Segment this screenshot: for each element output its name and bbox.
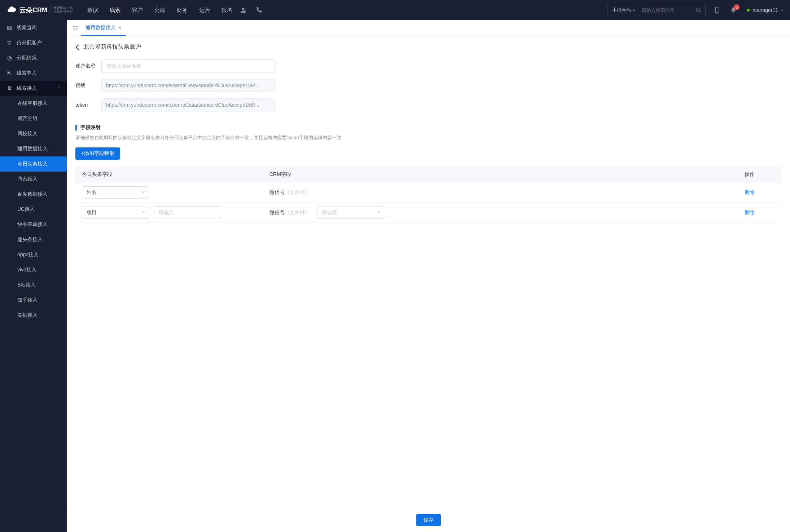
- chevron-down-icon: ▾: [781, 8, 783, 12]
- close-icon[interactable]: ✕: [118, 25, 122, 30]
- footer-bar: 保存: [67, 508, 790, 532]
- back-icon[interactable]: [75, 44, 80, 50]
- logo-subtitle: 教育机构一站 式服务云平台: [50, 6, 73, 14]
- sidebar-sub-tencent[interactable]: 腾讯接入: [0, 172, 67, 187]
- bell-icon[interactable]: 5: [730, 6, 737, 14]
- page-title: 北京昱新科技头条账户: [83, 43, 141, 51]
- chevron-down-icon: ▾: [633, 8, 635, 12]
- cloud-icon: [7, 6, 17, 14]
- search-input[interactable]: [638, 8, 692, 13]
- crm-field-select[interactable]: 请选择: [317, 207, 384, 219]
- sidebar-sub-vivo[interactable]: vivo接入: [0, 262, 67, 278]
- nav-data[interactable]: 数据: [87, 7, 98, 14]
- sidebar-item-clue-query[interactable]: ▤ 线索查询: [0, 20, 67, 35]
- header-search: 手机号码 ▾: [607, 4, 706, 16]
- sidebar-sub-bilibili[interactable]: B站接入: [0, 278, 67, 293]
- svg-line-4: [699, 11, 701, 12]
- import-icon: ⇱: [6, 70, 12, 76]
- form-row-account: 账户名称: [75, 59, 781, 72]
- search-button[interactable]: [692, 7, 705, 13]
- chevron-up-icon: ˄: [58, 86, 60, 91]
- form-row-secret: 密钥: [75, 79, 781, 92]
- toutiao-field-select[interactable]: 项目: [82, 207, 149, 219]
- username: manager11: [752, 7, 778, 13]
- nav-customer[interactable]: 客户: [132, 7, 143, 14]
- crm-field-hint: （文本框）: [285, 209, 310, 215]
- filter-icon: ▽: [6, 40, 12, 46]
- sidebar: ▤ 线索查询 ▽ 待分配客户 ◔ 分配情况 ⇱ 线索导入 ⚙ 线索接入 ˄ 在线…: [0, 20, 67, 532]
- svg-point-0: [242, 8, 245, 10]
- sidebar-sub-oppo[interactable]: oppo接入: [0, 247, 67, 262]
- search-type-select[interactable]: 手机号码 ▾: [608, 4, 638, 16]
- mobile-icon[interactable]: [714, 6, 720, 14]
- toutiao-field-select[interactable]: 姓名: [82, 186, 149, 199]
- collapse-sidebar-button[interactable]: [70, 26, 81, 31]
- logo-text: 云朵CRM: [19, 6, 47, 14]
- nav-enroll[interactable]: 报名: [221, 7, 232, 14]
- account-name-input[interactable]: [101, 59, 275, 72]
- sidebar-sub-online-service[interactable]: 在线客服接入: [0, 96, 67, 111]
- tab-general-data[interactable]: 通用数据接入 ✕: [81, 20, 126, 36]
- delete-link[interactable]: 删除: [745, 189, 755, 195]
- sidebar-item-pending[interactable]: ▽ 待分配客户: [0, 35, 67, 50]
- sidebar-sub-uc[interactable]: UC接入: [0, 202, 67, 217]
- add-mapping-button[interactable]: +添加字段映射: [75, 147, 120, 160]
- save-button[interactable]: 保存: [416, 514, 441, 526]
- token-input[interactable]: [101, 98, 275, 111]
- delete-link[interactable]: 删除: [745, 209, 755, 215]
- secret-label: 密钥: [75, 82, 101, 89]
- status-dot-icon: [747, 9, 750, 12]
- nav-finance[interactable]: 财务: [177, 7, 188, 14]
- main-nav: 数据 线索 客户 公海 财务 运营 报名: [87, 7, 232, 14]
- main-area: 通用数据接入 ✕ 北京昱新科技头条账户 账户名称 密钥 token: [67, 20, 790, 532]
- section-description: 请确保您在此填写的头条自定义字段名称与在今日头条平台中自定义的字段名称一致，并且…: [75, 134, 781, 141]
- svg-point-6: [717, 12, 717, 13]
- logo: 云朵CRM 教育机构一站 式服务云平台: [7, 6, 73, 14]
- plug-icon: ⚙: [6, 85, 12, 92]
- crm-field-hint: （文本框）: [285, 189, 310, 195]
- sidebar-item-import[interactable]: ⇱ 线索导入: [0, 66, 67, 81]
- list-icon: ▤: [6, 25, 12, 31]
- secret-input[interactable]: [101, 79, 275, 92]
- page-content: 北京昱新科技头条账户 账户名称 密钥 token 字段映射 请确保您在此填写的头…: [67, 36, 790, 532]
- sidebar-sub-qutoutiao[interactable]: 趣头条接入: [0, 232, 67, 247]
- sidebar-sub-meiyou[interactable]: 美柚接入: [0, 308, 67, 323]
- sidebar-sub-school[interactable]: 网校接入: [0, 126, 67, 141]
- sidebar-sub-zhihu[interactable]: 知乎接入: [0, 293, 67, 308]
- section-title: 字段映射: [80, 124, 101, 131]
- section-header-mapping: 字段映射: [75, 124, 781, 131]
- page-header: 北京昱新科技头条账户: [75, 43, 781, 51]
- nav-operation[interactable]: 运营: [199, 7, 210, 14]
- crm-field-label: 微信号: [269, 189, 285, 195]
- user-plus-icon[interactable]: [240, 6, 247, 14]
- phone-icon[interactable]: [255, 6, 263, 14]
- sidebar-sub-general-data[interactable]: 通用数据接入: [0, 141, 67, 156]
- token-label: token: [75, 102, 101, 108]
- nav-pool[interactable]: 公海: [154, 7, 165, 14]
- sidebar-sub-toutiao[interactable]: 今日头条接入: [0, 156, 67, 172]
- nav-clue[interactable]: 线索: [110, 7, 120, 14]
- user-menu[interactable]: manager11 ▾: [747, 7, 783, 13]
- tab-bar: 通用数据接入 ✕: [67, 20, 790, 36]
- table-row: 姓名 微信号（文本框） 删除: [75, 183, 781, 203]
- toutiao-field-input[interactable]: [154, 206, 221, 218]
- header-nav-icons: [240, 6, 263, 14]
- header-right: 5 manager11 ▾: [714, 6, 783, 14]
- svg-rect-2: [245, 10, 246, 12]
- top-header: 云朵CRM 教育机构一站 式服务云平台 数据 线索 客户 公海 财务 运营 报名…: [0, 0, 790, 20]
- column-action: 操作: [738, 166, 781, 183]
- form-row-token: token: [75, 98, 781, 111]
- sidebar-sub-kuaishou[interactable]: 快手表单接入: [0, 217, 67, 232]
- sidebar-item-allocation[interactable]: ◔ 分配情况: [0, 50, 67, 66]
- svg-point-3: [697, 8, 700, 11]
- column-crm: CRM字段: [263, 166, 738, 183]
- crm-field-label: 微信号: [269, 209, 285, 215]
- section-bar-icon: [75, 125, 77, 130]
- table-row: 项目 微信号（文本框） 请选择 删除: [75, 203, 781, 223]
- sidebar-sub-message-group[interactable]: 留言分组: [0, 111, 67, 126]
- sidebar-item-access[interactable]: ⚙ 线索接入 ˄: [0, 81, 67, 96]
- chart-icon: ◔: [6, 55, 12, 61]
- column-toutiao: 今日头条字段: [75, 166, 263, 183]
- sidebar-sub-baidu[interactable]: 百度数据接入: [0, 187, 67, 202]
- account-label: 账户名称: [75, 63, 101, 69]
